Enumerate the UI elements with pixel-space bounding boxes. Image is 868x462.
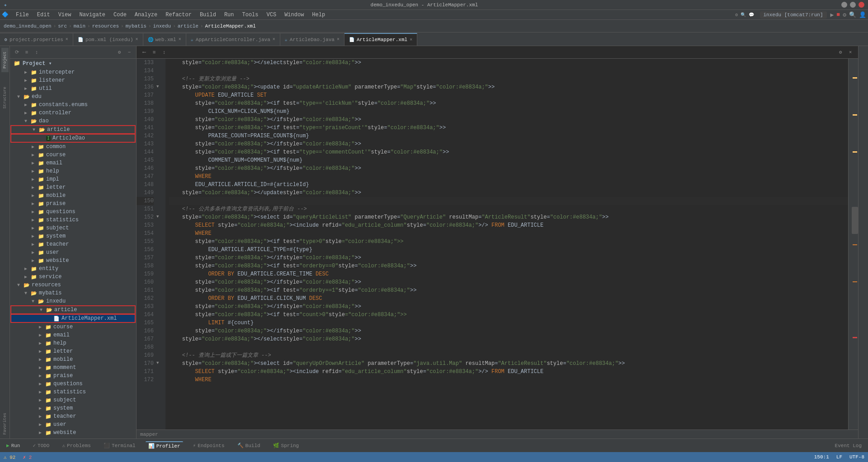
- left-tab-project[interactable]: Project: [1, 48, 9, 72]
- tree-help-resources[interactable]: ▶ 📁 help: [10, 339, 136, 347]
- tab-controller[interactable]: ☕ AppArticleController.java ×: [186, 33, 280, 46]
- breadcrumb-src[interactable]: src: [58, 23, 67, 29]
- tree-project-root[interactable]: 📁 Project ▾: [10, 59, 136, 68]
- tree-momment-resources[interactable]: ▶ 📁 momment: [10, 364, 136, 372]
- breadcrumb-mybatis[interactable]: mybatis: [126, 23, 146, 29]
- left-tab-favorites[interactable]: Favorites: [1, 409, 9, 439]
- tab-close-web[interactable]: ×: [179, 37, 181, 42]
- tab-close-properties[interactable]: ×: [66, 37, 68, 42]
- tab-mapper[interactable]: 📄 ArticleMapper.xml ×: [344, 33, 417, 46]
- close-button[interactable]: [859, 2, 864, 8]
- tree-questions-resources[interactable]: ▶ 📁 questions: [10, 380, 136, 388]
- menu-tools[interactable]: Tools: [239, 11, 262, 19]
- tree-website-resources[interactable]: ▶ 📁 website: [10, 429, 136, 437]
- menu-code[interactable]: Code: [110, 11, 130, 19]
- sidebar-sync-btn[interactable]: ⟳: [13, 48, 21, 56]
- left-tab-structure[interactable]: Structure: [1, 83, 9, 112]
- tree-article-resources[interactable]: ▼ 📂 article: [11, 306, 135, 314]
- tree-statistics-resources[interactable]: ▶ 📁 statistics: [10, 388, 136, 396]
- menu-run[interactable]: Run: [221, 11, 238, 19]
- tree-entity[interactable]: ▶ 📁 entity: [10, 265, 136, 273]
- tree-user-dao[interactable]: ▶ 📁 user: [10, 248, 136, 257]
- sidebar-settings-btn[interactable]: ⚙: [115, 48, 123, 56]
- bottom-tab-todo[interactable]: ✓ TODO: [30, 442, 52, 449]
- tree-util[interactable]: ▶ 📁 util: [10, 84, 136, 93]
- tree-common[interactable]: ▶ 📁 common: [10, 143, 136, 151]
- tree-impl[interactable]: ▶ 📁 impl: [10, 175, 136, 183]
- editor-btn-1[interactable]: ⟵: [140, 48, 148, 56]
- breadcrumb-resources[interactable]: resources: [92, 23, 119, 29]
- tree-letter-dao[interactable]: ▶ 📁 letter: [10, 183, 136, 191]
- tree-subject-resources[interactable]: ▶ 📁 subject: [10, 396, 136, 404]
- tree-email-dao[interactable]: ▶ 📁 email: [10, 159, 136, 167]
- tree-controller[interactable]: ▶ 📁 controller: [10, 109, 136, 117]
- tree-listener[interactable]: ▶ 📁 listener: [10, 76, 136, 84]
- tree-edu[interactable]: ▼ 📂 edu: [10, 93, 136, 101]
- tree-user-resources[interactable]: ▶ 📁 user: [10, 420, 136, 429]
- breadcrumb-project[interactable]: demo_inxedu_open: [4, 23, 52, 29]
- menu-build[interactable]: Build: [196, 11, 220, 19]
- editor-btn-close[interactable]: ×: [846, 48, 854, 56]
- editor-btn-3[interactable]: ↕: [160, 48, 168, 56]
- tree-dao-article[interactable]: ▼ 📂 article: [11, 126, 135, 134]
- bottom-tab-problems[interactable]: ⚠ Problems: [59, 442, 93, 449]
- tree-teacher-resources[interactable]: ▶ 📁 teacher: [10, 412, 136, 420]
- tree-course[interactable]: ▶ 📁 course: [10, 151, 136, 159]
- tree-intercepter[interactable]: ▶ 📁 intercepter: [10, 68, 136, 76]
- breadcrumb-inxedu[interactable]: inxedu: [153, 23, 171, 29]
- tree-dao[interactable]: ▼ 📂 dao: [10, 117, 136, 125]
- tree-course-resources[interactable]: ▶ 📁 course: [10, 323, 136, 331]
- menu-help[interactable]: Help: [308, 11, 329, 19]
- menu-window[interactable]: Window: [281, 11, 307, 19]
- editor-btn-2[interactable]: ≡: [150, 48, 158, 56]
- tab-pom-xml[interactable]: 📄 pom.xml (inxedu) ×: [73, 33, 143, 46]
- tree-mybatis[interactable]: ▼ 📂 mybatis: [10, 289, 136, 297]
- tree-letter-resources[interactable]: ▶ 📁 letter: [10, 347, 136, 355]
- tab-dao[interactable]: ☕ ArticleDao.java ×: [280, 33, 344, 46]
- breadcrumb-main[interactable]: main: [74, 23, 85, 29]
- menu-edit[interactable]: Edit: [33, 11, 54, 19]
- menu-view[interactable]: View: [55, 11, 75, 19]
- menu-analyze[interactable]: Analyze: [131, 11, 161, 19]
- tab-close-mapper[interactable]: ×: [410, 37, 412, 42]
- tree-system-dao[interactable]: ▶ 📁 system: [10, 232, 136, 240]
- tree-mobile-resources[interactable]: ▶ 📁 mobile: [10, 355, 136, 364]
- bottom-tab-endpoints[interactable]: ⚡ Endpoints: [190, 442, 227, 449]
- sidebar-collapse-btn[interactable]: ≡: [23, 48, 31, 56]
- bottom-tab-run[interactable]: ▶ Run: [4, 442, 23, 449]
- tree-article-dao[interactable]: ▶ I ArticleDao: [11, 134, 135, 142]
- tree-website-dao[interactable]: ▶ 📁 website: [10, 257, 136, 265]
- bottom-tab-build[interactable]: 🔨 Build: [235, 442, 263, 449]
- maximize-button[interactable]: [850, 2, 856, 8]
- bottom-tab-profiler[interactable]: 📊 Profiler: [146, 441, 183, 450]
- tab-close-pom[interactable]: ×: [136, 37, 138, 42]
- tree-service[interactable]: ▶ 📁 service: [10, 273, 136, 281]
- tree-subject-dao[interactable]: ▶ 📁 subject: [10, 224, 136, 232]
- tab-close-dao[interactable]: ×: [337, 37, 340, 42]
- tree-questions-dao[interactable]: ▶ 📁 questions: [10, 208, 136, 216]
- editor-btn-settings[interactable]: ⚙: [836, 48, 844, 56]
- breadcrumb-article[interactable]: article: [178, 23, 198, 29]
- minimize-button[interactable]: [841, 2, 847, 8]
- menu-refactor[interactable]: Refactor: [162, 11, 195, 19]
- tree-constants[interactable]: ▶ 📁 constants.enums: [10, 101, 136, 109]
- code-editor[interactable]: style="color:#e8834a;"></selectstyle="co…: [165, 59, 848, 429]
- tree-praise-resources[interactable]: ▶ 📁 praise: [10, 372, 136, 380]
- tree-system-resources[interactable]: ▶ 📁 system: [10, 404, 136, 412]
- tree-help-dao[interactable]: ▶ 📁 help: [10, 167, 136, 175]
- bottom-tab-spring[interactable]: 🌿 Spring: [270, 442, 302, 449]
- menu-vcs[interactable]: VCS: [263, 11, 280, 19]
- server-indicator[interactable]: inxedu [tomcat7:run]: [760, 11, 827, 19]
- tree-email-resources[interactable]: ▶ 📁 email: [10, 331, 136, 339]
- tree-teacher-dao[interactable]: ▶ 📁 teacher: [10, 240, 136, 248]
- tree-article-mapper[interactable]: ▶ 📄 ArticleMapper.xml: [11, 314, 135, 322]
- tab-close-controller[interactable]: ×: [273, 37, 275, 42]
- breadcrumb-file[interactable]: ArticleMapper.xml: [205, 23, 256, 29]
- tab-web-xml[interactable]: 🌐 web.xml ×: [143, 33, 186, 46]
- tab-project-properties[interactable]: ⚙ project.properties ×: [0, 33, 73, 46]
- sidebar-sort-btn[interactable]: ↕: [33, 48, 41, 56]
- tree-resources[interactable]: ▼ 📂 resources: [10, 281, 136, 289]
- tree-mobile-dao[interactable]: ▶ 📁 mobile: [10, 191, 136, 200]
- tree-praise-dao[interactable]: ▶ 📁 praise: [10, 200, 136, 208]
- sidebar-close-btn[interactable]: −: [125, 48, 133, 56]
